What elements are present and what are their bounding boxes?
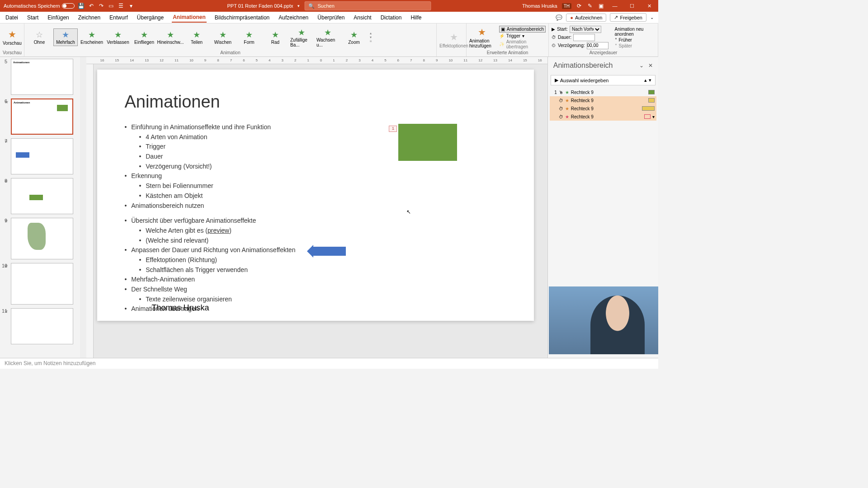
save-icon[interactable]: 💾 bbox=[78, 3, 85, 9]
tab-start[interactable]: Start bbox=[26, 13, 39, 22]
anim-rad[interactable]: ★Rad bbox=[263, 29, 288, 46]
effektoptionen-button: ★Effektoptionen bbox=[439, 32, 468, 48]
animation-hinzufugen[interactable]: ★Animation hinzufügen bbox=[469, 27, 495, 48]
minimize-button[interactable]: — bbox=[609, 0, 621, 12]
autosave-toggle[interactable]: Automatisches Speichern bbox=[4, 3, 75, 9]
user-avatar[interactable]: TH bbox=[562, 3, 571, 9]
tab-einfugen[interactable]: Einfügen bbox=[47, 13, 70, 22]
tab-ansicht[interactable]: Ansicht bbox=[353, 13, 372, 22]
verzogerung-input[interactable] bbox=[587, 42, 609, 49]
tab-ubergange[interactable]: Übergänge bbox=[136, 13, 165, 22]
qat-icon[interactable]: ▭ bbox=[108, 3, 114, 9]
anim-entry-2[interactable]: ⏱★Rechteck 9 bbox=[550, 96, 656, 104]
webcam-overlay bbox=[549, 286, 658, 354]
anim-mehrfach[interactable]: ★Mehrfach bbox=[53, 28, 78, 46]
menu-bar: Datei Start Einfügen Zeichnen Entwurf Üb… bbox=[0, 12, 658, 23]
animationsbereich-button[interactable]: ▣ Animationsbereich bbox=[499, 26, 546, 33]
sync-icon[interactable]: ⟳ bbox=[576, 3, 582, 9]
aufzeichnen-button[interactable]: ●Aufzeichnen bbox=[566, 14, 606, 22]
thumb-5[interactable]: Animationen bbox=[11, 59, 73, 95]
notes-area[interactable]: Klicken Sie, um Notizen hinzuzufügen bbox=[0, 358, 658, 369]
start-label: ▶ bbox=[552, 27, 555, 32]
pane-title: Animationsbereich bbox=[553, 61, 613, 70]
thumb-7[interactable]: ★ bbox=[11, 138, 73, 174]
maximize-button[interactable]: ☐ bbox=[626, 0, 638, 12]
dropdown-icon[interactable]: ▾ bbox=[128, 3, 134, 9]
anim-verblassen[interactable]: ★Verblassen bbox=[106, 29, 130, 46]
anim-wischen[interactable]: ★Wischen bbox=[211, 29, 235, 46]
search-icon: 🔍 bbox=[308, 3, 315, 9]
dauer-input[interactable] bbox=[573, 34, 595, 41]
anim-entry-4[interactable]: ⏱★Rechteck 9▾ bbox=[550, 113, 656, 121]
entry-dropdown-icon[interactable]: ▾ bbox=[652, 114, 655, 119]
pane-dropdown-icon[interactable]: ⌄ bbox=[639, 62, 644, 69]
ruler-horizontal: 1615141312111098765432101234567891011121… bbox=[86, 57, 547, 64]
tab-hilfe[interactable]: Hilfe bbox=[410, 13, 422, 22]
anim-zoom[interactable]: ★Zoom bbox=[342, 29, 366, 46]
anim-star-icon: ★ bbox=[4, 178, 8, 183]
comments-icon[interactable]: 💬 bbox=[556, 14, 562, 21]
draw-icon[interactable]: ✎ bbox=[587, 3, 593, 9]
dropdown-icon[interactable]: ▾ bbox=[297, 4, 300, 8]
window-icon[interactable]: ▣ bbox=[598, 3, 604, 9]
tab-bildschirm[interactable]: Bildschirmpräsentation bbox=[214, 13, 270, 22]
anim-erscheinen[interactable]: ★Erscheinen bbox=[80, 29, 104, 46]
anim-entry-3[interactable]: ⏱★Rechteck 9 bbox=[550, 104, 656, 113]
anim-zufall[interactable]: ★Zufällige Ba... bbox=[289, 27, 314, 48]
thumb-11[interactable]: ★ bbox=[11, 308, 73, 344]
tab-animationen[interactable]: Animationen bbox=[172, 13, 207, 23]
anim-hinein[interactable]: ★Hineinschw... bbox=[158, 29, 183, 46]
start-select[interactable]: Nach Vorher... bbox=[570, 26, 601, 33]
green-rectangle-shape[interactable] bbox=[398, 124, 457, 161]
author-text[interactable]: Thomas Hruska bbox=[151, 303, 209, 313]
anim-star-icon: ★ bbox=[4, 139, 8, 144]
close-button[interactable]: ✕ bbox=[643, 0, 656, 12]
blue-arrow-shape[interactable] bbox=[313, 247, 346, 256]
vorschau-button[interactable]: ★Vorschau bbox=[3, 29, 22, 46]
ubertragen-button: ✨Animation übertragen bbox=[499, 39, 546, 49]
anim-star-icon: ★ bbox=[5, 99, 9, 104]
fruher-button[interactable]: ˄ Früher bbox=[615, 38, 656, 42]
gallery-scroll[interactable]: ▴▾≡ bbox=[370, 31, 372, 43]
preview-link[interactable]: preview bbox=[208, 227, 229, 234]
slide-title[interactable]: Animationen bbox=[124, 92, 507, 112]
pane-close-icon[interactable]: ✕ bbox=[648, 62, 653, 69]
slide-content[interactable]: Animationen Einführung in Animationseffe… bbox=[97, 70, 534, 321]
anim-einfliegen[interactable]: ★Einfliegen bbox=[132, 29, 156, 46]
titlebar: Automatisches Speichern 💾 ↶ ↷ ▭ ☰ ▾ PPT … bbox=[0, 0, 658, 12]
play-selection-button[interactable]: ▶ Auswahl wiedergeben▴▾ bbox=[551, 75, 656, 85]
anim-teilen[interactable]: ★Teilen bbox=[184, 29, 209, 46]
file-name: PPT 01 Roter Faden 004.pptx bbox=[227, 3, 293, 9]
anim-ohne[interactable]: ☆Ohne bbox=[27, 29, 52, 46]
spater-button: ˅ Später bbox=[615, 43, 656, 48]
thumb-6[interactable]: ★Animationen bbox=[11, 99, 73, 135]
search-box[interactable]: 🔍 Suchen bbox=[304, 1, 431, 10]
trigger-button[interactable]: ⚡Trigger ▾ bbox=[499, 33, 546, 38]
thumb-10[interactable]: ★ bbox=[11, 263, 73, 305]
tab-entwurf[interactable]: Entwurf bbox=[108, 13, 129, 22]
collapse-ribbon-icon[interactable]: ⌄ bbox=[650, 15, 654, 20]
neuanordnen-label: Animation neu anordnen bbox=[615, 27, 656, 37]
anim-wachsen[interactable]: ★Wachsen u... bbox=[316, 27, 340, 48]
tab-datei[interactable]: Datei bbox=[5, 13, 19, 22]
tab-dictation[interactable]: Dictation bbox=[380, 13, 403, 22]
thumb-8[interactable]: ★ bbox=[11, 178, 73, 214]
freigeben-button[interactable]: ↗Freigeben bbox=[610, 13, 646, 22]
user-name[interactable]: Thomas Hruska bbox=[522, 3, 557, 9]
thumb-scrollbar[interactable] bbox=[80, 57, 86, 358]
redo-icon[interactable]: ↷ bbox=[98, 3, 104, 9]
animation-tag[interactable]: 1 bbox=[389, 126, 397, 132]
tab-zeichnen[interactable]: Zeichnen bbox=[77, 13, 101, 22]
undo-icon[interactable]: ↶ bbox=[88, 3, 94, 9]
animation-list: 1🖱★Rechteck 9 ⏱★Rechteck 9 ⏱★Rechteck 9 … bbox=[548, 86, 658, 122]
anim-star-icon: ★ bbox=[4, 309, 8, 314]
slide-canvas[interactable]: 1615141312111098765432101234567891011121… bbox=[86, 57, 547, 358]
anim-entry-1[interactable]: 1🖱★Rechteck 9 bbox=[550, 88, 656, 96]
ruler-vertical bbox=[86, 64, 94, 358]
tab-uberprufen[interactable]: Überprüfen bbox=[316, 13, 345, 22]
touch-icon[interactable]: ☰ bbox=[118, 3, 124, 9]
anim-form[interactable]: ★Form bbox=[237, 29, 261, 46]
slide-thumbnails[interactable]: 5Animationen 6★Animationen 7★ 8★ 9★ 10★ … bbox=[0, 57, 80, 358]
tab-aufzeichnen[interactable]: Aufzeichnen bbox=[278, 13, 309, 22]
thumb-9[interactable]: ★ bbox=[11, 218, 73, 259]
